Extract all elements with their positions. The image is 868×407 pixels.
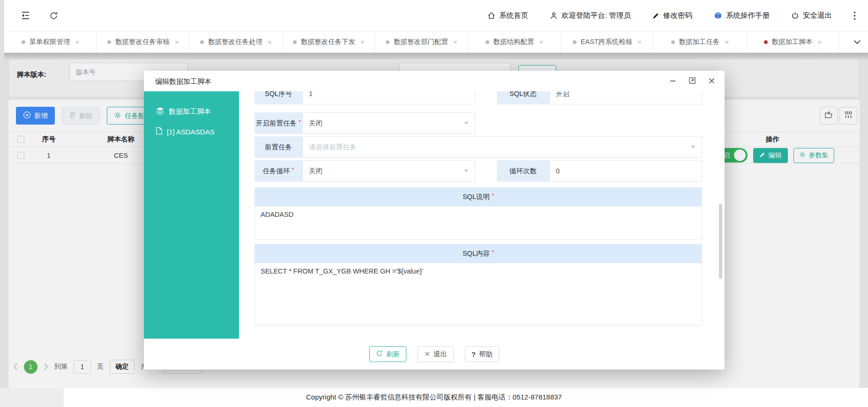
- document-icon: [156, 127, 163, 136]
- tab-dot-icon: [573, 40, 576, 44]
- tab-close-icon[interactable]: ×: [725, 38, 729, 46]
- tab-dot-icon: [386, 40, 389, 44]
- nav-manual-label: 系统操作手册: [726, 11, 770, 21]
- page-footer: Copyright © 苏州银丰睿哲信息科技有限公司版权所有 | 客服电话：05…: [0, 388, 868, 407]
- minimize-icon[interactable]: [669, 77, 676, 84]
- close-icon: ✕: [424, 350, 430, 358]
- refresh-icon: [376, 350, 383, 358]
- modal-window-controls: [669, 77, 715, 84]
- exit-button[interactable]: ✕ 退出: [418, 346, 454, 362]
- tab-bar: 菜单权限管理× 数据整改任务审核× 数据整改任务处理× 数据整改任务下发× 数据…: [4, 31, 868, 53]
- loop-count-value: 0: [556, 167, 560, 175]
- sidebar-item-label: [1] ASDASDAS: [167, 128, 215, 136]
- pre-task-select[interactable]: 请选择前置任务: [302, 136, 702, 158]
- tab-close-icon[interactable]: ×: [360, 38, 365, 46]
- help-button-label: 帮助: [479, 350, 493, 359]
- collapse-menu-icon[interactable]: [21, 11, 30, 20]
- sql-no-label: SQL序号: [254, 91, 302, 104]
- sql-status-value: 开启: [556, 91, 569, 98]
- enable-pre-task-label: 开启前置任务: [254, 112, 302, 134]
- nav-manual[interactable]: 系统操作手册: [714, 11, 770, 21]
- exit-button-label: 退出: [434, 350, 447, 359]
- pre-task-placeholder: 请选择前置任务: [309, 143, 357, 152]
- caret-down-icon: [464, 170, 469, 172]
- tab-dot-icon: [671, 40, 675, 44]
- sql-desc-header: SQL说明: [254, 187, 702, 206]
- tab-label: EAST跨系统检核: [581, 37, 632, 46]
- nav-change-password[interactable]: 修改密码: [652, 11, 692, 21]
- task-loop-select[interactable]: 关闭: [302, 160, 475, 182]
- chevron-down-icon: [853, 38, 861, 46]
- home-icon: [487, 12, 495, 20]
- tab-item[interactable]: 数据加工任务×: [654, 31, 747, 52]
- pencil-icon: [652, 12, 659, 19]
- tab-item[interactable]: 菜单权限管理×: [4, 31, 97, 52]
- nav-logout-label: 安全退出: [803, 11, 832, 21]
- tab-close-icon[interactable]: ×: [818, 38, 822, 46]
- help-button[interactable]: ? 帮助: [465, 346, 499, 362]
- question-mark-icon: ?: [471, 350, 476, 358]
- loop-count-label: 循环次数: [497, 160, 549, 182]
- nav-welcome-label: 欢迎登陆平台: 管理员: [561, 11, 631, 21]
- app-window: 系统首页 欢迎登陆平台: 管理员 修改密码 系统操作手册: [0, 0, 868, 407]
- tab-close-icon[interactable]: ×: [453, 38, 457, 46]
- top-navbar: 系统首页 欢迎登陆平台: 管理员 修改密码 系统操作手册: [0, 0, 868, 31]
- tab-item[interactable]: 数据整改任务下发×: [283, 31, 375, 52]
- refresh-icon[interactable]: [49, 11, 58, 20]
- nav-home-label: 系统首页: [499, 11, 528, 21]
- tab-label: 数据结构配置: [494, 37, 534, 46]
- modal-form: SQL序号 1 SQL状态 开启 开启前置任务 关闭 前置任务 请选择前置任务 …: [239, 91, 725, 339]
- tab-close-icon[interactable]: ×: [268, 38, 272, 46]
- tab-label: 数据整改任务下发: [301, 37, 355, 46]
- tab-item-active[interactable]: 数据加工脚本×: [747, 31, 839, 52]
- caret-down-icon: [464, 122, 469, 125]
- tab-item[interactable]: 数据整改部门配置×: [375, 31, 468, 52]
- caret-down-icon: [691, 146, 696, 148]
- form-scrollbar-thumb[interactable]: [719, 204, 722, 279]
- refresh-button-label: 刷新: [386, 350, 400, 359]
- sql-content-header: SQL内容: [254, 244, 702, 263]
- tab-label: 菜单权限管理: [30, 37, 70, 46]
- tab-close-icon[interactable]: ×: [637, 38, 642, 46]
- nav-logout[interactable]: 安全退出: [791, 11, 832, 21]
- tab-overflow-chevron[interactable]: [846, 31, 868, 52]
- close-icon[interactable]: [708, 77, 715, 84]
- tab-label: 数据整改任务处理: [208, 37, 262, 46]
- sidebar-item-script-group[interactable]: 数据加工脚本: [156, 106, 211, 117]
- tab-close-icon[interactable]: ×: [539, 38, 544, 46]
- tab-dot-icon: [22, 40, 25, 44]
- sql-no-value: 1: [309, 91, 313, 97]
- copyright-text: Copyright © 苏州银丰睿哲信息科技有限公司版权所有 | 客服电话：05…: [306, 393, 562, 402]
- enable-pre-task-select[interactable]: 关闭: [302, 112, 475, 134]
- more-kebab-icon[interactable]: [853, 11, 856, 20]
- tab-close-icon[interactable]: ×: [175, 38, 179, 46]
- edit-script-modal: 编辑数据加工脚本 数据加工脚本 [1]: [144, 71, 725, 370]
- sql-status-label: SQL状态: [497, 91, 549, 104]
- pre-task-label: 前置任务: [254, 136, 302, 158]
- modal-sidebar: 数据加工脚本 [1] ASDASDAS: [144, 91, 239, 339]
- sidebar-item-script-1[interactable]: [1] ASDASDAS: [156, 127, 215, 136]
- user-icon: [550, 12, 558, 20]
- tab-close-icon[interactable]: ×: [75, 38, 80, 46]
- maximize-icon[interactable]: [688, 77, 696, 84]
- tab-dot-icon: [764, 40, 768, 44]
- nav-welcome[interactable]: 欢迎登陆平台: 管理员: [550, 11, 631, 21]
- tab-label: 数据加工任务: [679, 37, 720, 46]
- tab-item[interactable]: 数据结构配置×: [468, 31, 561, 52]
- sql-no-input[interactable]: 1: [302, 91, 475, 104]
- tab-label: 数据整改部门配置: [394, 37, 448, 46]
- nav-home[interactable]: 系统首页: [487, 11, 528, 21]
- sql-desc-textarea[interactable]: [254, 206, 702, 240]
- tab-dot-icon: [200, 40, 204, 44]
- tab-item[interactable]: 数据整改任务审核×: [97, 31, 190, 52]
- tab-item[interactable]: EAST跨系统检核×: [561, 31, 654, 52]
- layers-icon: [156, 106, 165, 117]
- sql-content-textarea[interactable]: [254, 263, 702, 326]
- tab-dot-icon: [486, 40, 489, 44]
- tab-item[interactable]: 数据整改任务处理×: [190, 31, 283, 52]
- loop-count-input[interactable]: 0: [549, 160, 702, 182]
- refresh-button[interactable]: 刷新: [369, 346, 406, 362]
- task-loop-label: 任务循环: [254, 160, 302, 182]
- sidebar-group-label: 数据加工脚本: [169, 107, 211, 116]
- sql-status-input[interactable]: 开启: [549, 91, 702, 104]
